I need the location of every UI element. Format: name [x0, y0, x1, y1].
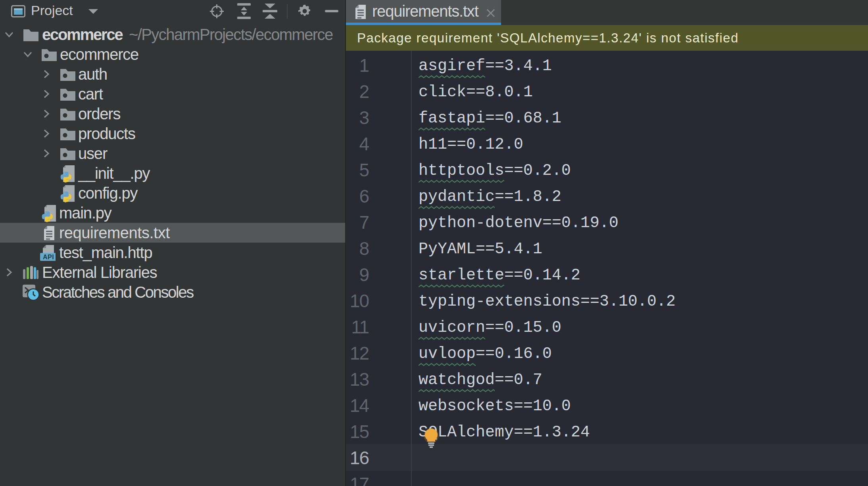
- svg-text:API: API: [43, 254, 54, 260]
